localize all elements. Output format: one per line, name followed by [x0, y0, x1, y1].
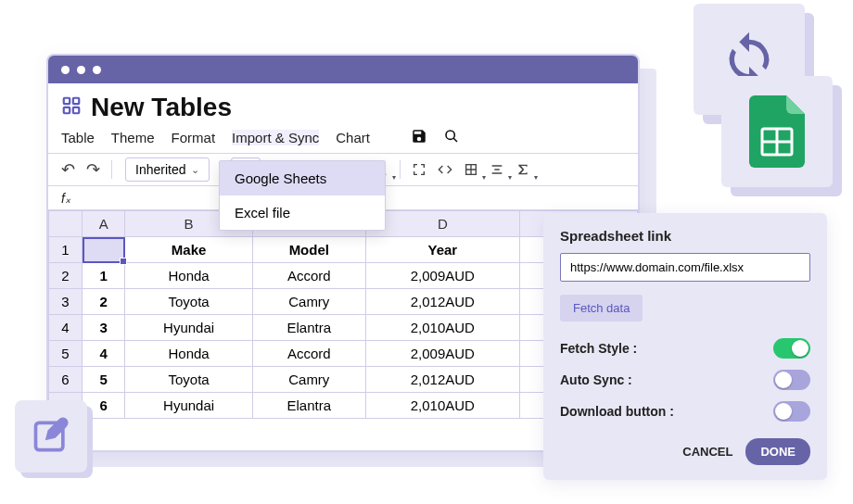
cell[interactable]: 2	[83, 289, 125, 315]
menu-theme[interactable]: Theme	[111, 130, 155, 145]
row-header[interactable]: 6	[49, 367, 83, 393]
row-header[interactable]: 3	[49, 289, 83, 315]
redo-icon[interactable]: ↷	[83, 159, 104, 180]
fx-label: fₓ	[61, 191, 70, 206]
cell[interactable]: Accord	[252, 341, 365, 367]
borders-icon[interactable]: ▾	[460, 158, 482, 181]
dropdown-item-excel-file[interactable]: Excel file	[220, 195, 385, 230]
fetch-data-button[interactable]: Fetch data	[560, 295, 643, 321]
font-family-value: Inherited	[135, 162, 185, 177]
menubar: Table Theme Format Import & Sync Chart	[48, 124, 638, 153]
undo-icon[interactable]: ↶	[57, 159, 79, 180]
cell[interactable]: Make	[125, 237, 252, 263]
row-header[interactable]: 1	[49, 237, 83, 263]
cell[interactable]: Toyota	[125, 289, 252, 315]
chevron-down-icon: ⌄	[191, 164, 199, 176]
cell[interactable]: Hyundai	[125, 315, 252, 341]
fullscreen-icon[interactable]	[408, 158, 430, 181]
menu-chart[interactable]: Chart	[336, 130, 370, 145]
toggle-label: Fetch Style :	[560, 341, 637, 356]
panel-title: Spreadsheet link	[560, 228, 810, 244]
cell[interactable]: 3	[83, 315, 125, 341]
cancel-button[interactable]: CANCEL	[682, 445, 732, 459]
svg-point-4	[446, 131, 454, 139]
toggle-label: Download button :	[560, 404, 674, 419]
tables-logo-icon	[61, 95, 82, 120]
cell[interactable]: Model	[252, 237, 365, 263]
cell[interactable]: 2,010AUD	[365, 315, 519, 341]
cell[interactable]: 2,009AUD	[365, 341, 519, 367]
cell[interactable]: 2,012AUD	[365, 289, 519, 315]
page-title: New Tables	[91, 93, 232, 122]
cell[interactable]: Elantra	[252, 393, 365, 419]
code-icon[interactable]	[434, 158, 456, 181]
toggle-2[interactable]	[773, 401, 810, 422]
cell[interactable]: 2,010AUD	[365, 393, 519, 419]
cell[interactable]: 1	[83, 263, 125, 289]
row-header[interactable]: 4	[49, 315, 83, 341]
toggle-0[interactable]	[773, 338, 810, 359]
cell[interactable]: Honda	[125, 341, 252, 367]
cell[interactable]: Camry	[252, 367, 365, 393]
svg-rect-3	[73, 107, 79, 113]
grid-corner[interactable]	[49, 211, 83, 237]
col-header[interactable]: D	[365, 211, 519, 237]
window-titlebar	[48, 56, 638, 83]
row-header[interactable]: 2	[49, 263, 83, 289]
cell[interactable]	[83, 237, 125, 263]
svg-rect-0	[64, 98, 70, 104]
sheets-card	[721, 76, 833, 187]
cell[interactable]: Elantra	[252, 315, 365, 341]
row-header[interactable]: 5	[49, 341, 83, 367]
menu-import-sync[interactable]: Import & Sync	[232, 130, 319, 145]
cell[interactable]: 6	[83, 393, 125, 419]
window-control-dot[interactable]	[61, 66, 70, 74]
cell[interactable]: Honda	[125, 263, 252, 289]
edit-badge	[15, 400, 87, 472]
cell[interactable]: 5	[83, 367, 125, 393]
toggle-1[interactable]	[773, 370, 810, 390]
done-button[interactable]: DONE	[745, 438, 810, 465]
sigma-icon[interactable]: ▾	[512, 158, 534, 181]
cell[interactable]: Accord	[252, 263, 365, 289]
search-icon[interactable]	[444, 129, 459, 146]
cell[interactable]: 2,012AUD	[365, 367, 519, 393]
cell[interactable]: 4	[83, 341, 125, 367]
col-header[interactable]: A	[83, 211, 125, 237]
font-family-select[interactable]: Inherited ⌄	[125, 158, 210, 182]
save-icon[interactable]	[411, 128, 427, 147]
svg-rect-2	[64, 107, 70, 113]
cell[interactable]: 2,009AUD	[365, 263, 519, 289]
spreadsheet-url-input[interactable]	[560, 253, 810, 282]
cell[interactable]: Toyota	[125, 367, 252, 393]
svg-line-5	[453, 138, 457, 142]
menu-format[interactable]: Format	[172, 130, 216, 145]
cell[interactable]: Year	[365, 237, 519, 263]
window-control-dot[interactable]	[77, 66, 85, 74]
dropdown-item-google-sheets[interactable]: Google Sheets	[220, 161, 385, 195]
spreadsheet-link-panel: Spreadsheet link Fetch data Fetch Style …	[543, 213, 827, 480]
toggle-label: Auto Sync :	[560, 372, 632, 387]
svg-rect-1	[73, 98, 79, 104]
merge-icon[interactable]: ▾	[486, 158, 508, 181]
menu-table[interactable]: Table	[61, 130, 95, 145]
import-sync-dropdown: Google Sheets Excel file	[219, 160, 386, 231]
cell[interactable]: Camry	[252, 289, 365, 315]
cell[interactable]: Hyundai	[125, 393, 252, 419]
window-control-dot[interactable]	[93, 66, 101, 74]
